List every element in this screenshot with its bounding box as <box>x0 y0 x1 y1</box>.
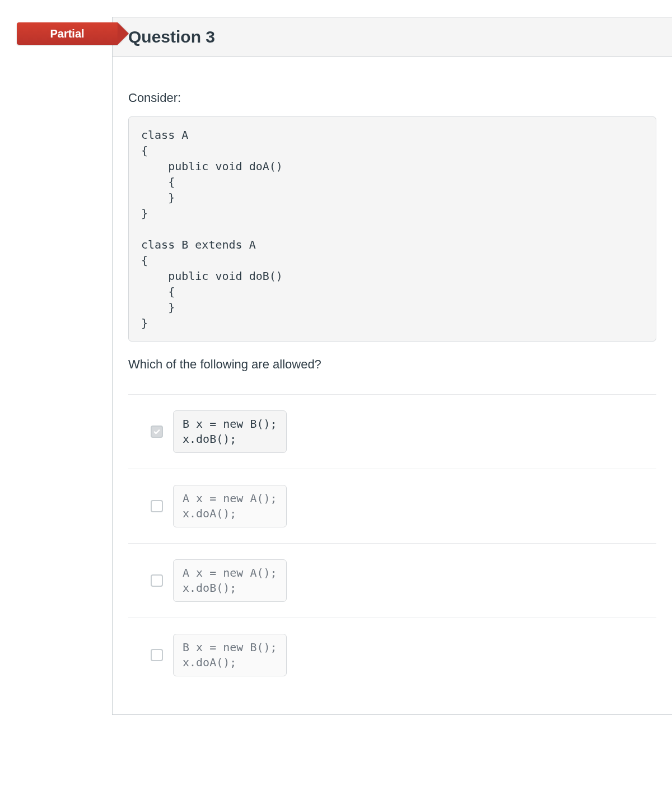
answer-row[interactable]: A x = new A(); x.doB(); <box>128 544 656 618</box>
answer-row[interactable]: A x = new A(); x.doA(); <box>128 469 656 544</box>
answer-checkbox[interactable] <box>151 574 163 587</box>
answer-code: A x = new A(); x.doB(); <box>173 559 287 602</box>
answers-list: B x = new B(); x.doB();A x = new A(); x.… <box>128 394 656 692</box>
answer-row[interactable]: B x = new B(); x.doA(); <box>128 618 656 692</box>
code-block: class A { public void doA() { } } class … <box>128 116 656 342</box>
check-icon <box>153 428 161 436</box>
status-badge: Partial <box>17 22 118 45</box>
question-header: Question 3 <box>113 17 672 57</box>
prompt-question: Which of the following are allowed? <box>128 357 656 372</box>
answer-row[interactable]: B x = new B(); x.doB(); <box>128 395 656 469</box>
question-container: Question 3 Consider: class A { public vo… <box>112 17 672 715</box>
question-body: Consider: class A { public void doA() { … <box>113 57 672 714</box>
answer-checkbox[interactable] <box>151 500 163 512</box>
question-title: Question 3 <box>128 27 656 46</box>
answer-code: A x = new A(); x.doA(); <box>173 485 287 527</box>
answer-checkbox[interactable] <box>151 649 163 661</box>
answer-code: B x = new B(); x.doB(); <box>173 410 287 453</box>
answer-code: B x = new B(); x.doA(); <box>173 634 287 676</box>
prompt-lead: Consider: <box>128 91 656 105</box>
status-badge-label: Partial <box>50 27 84 40</box>
answer-checkbox[interactable] <box>151 426 163 438</box>
